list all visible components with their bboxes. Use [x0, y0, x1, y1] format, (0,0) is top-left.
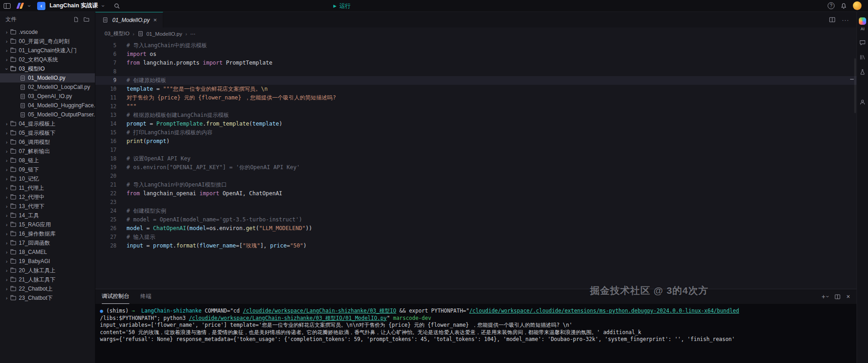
line-number[interactable]: 22 — [95, 189, 116, 198]
folder-item[interactable]: ›18_CAMEL — [0, 248, 95, 257]
folder-item[interactable]: ›09_链下 — [0, 165, 95, 174]
chevron-down-icon[interactable]: › — [100, 5, 106, 7]
user-avatar[interactable] — [853, 1, 862, 10]
code-line[interactable]: 26model = ChatOpenAI(model=os.environ.ge… — [95, 224, 857, 233]
code-line[interactable]: 24# 创建模型实例 — [95, 207, 857, 215]
folder-item[interactable]: ›04_提示模板上 — [0, 119, 95, 128]
breadcrumb-item[interactable]: 01_ModelIO.py — [146, 31, 182, 37]
file-path-link[interactable]: /cloudide/workspace/.cloudide/extensions… — [469, 308, 739, 314]
more-actions-icon[interactable]: ··· — [842, 16, 849, 23]
run-button[interactable]: ▶ 运行 — [333, 0, 351, 12]
code-line[interactable]: 7from langchain.prompts import PromptTem… — [95, 59, 857, 67]
line-number[interactable]: 28 — [95, 242, 116, 250]
code-line[interactable]: 11对于售价为 {price} 元的 {flower_name} ，您能提供一个… — [95, 94, 857, 102]
file-item[interactable]: 04_ModelIO_HuggingFace.py — [0, 101, 95, 110]
code-line[interactable]: 8 — [95, 67, 857, 76]
file-item[interactable]: 02_ModelIO_LoopCall.py — [0, 82, 95, 92]
new-folder-icon[interactable] — [83, 16, 89, 22]
breadcrumb-item[interactable]: ⋯ — [190, 31, 196, 37]
sidebar-toggle-icon[interactable] — [4, 3, 11, 9]
folder-item[interactable]: ›08_链上 — [0, 156, 95, 165]
code-line[interactable]: 27# 输入提示 — [95, 233, 857, 242]
line-number[interactable]: 13 — [95, 111, 116, 120]
line-number[interactable]: 24 — [95, 207, 116, 215]
file-item[interactable]: 03_OpenAI_IO.py — [0, 92, 95, 101]
code-line[interactable]: 25# model = OpenAI(model_name='gpt-3.5-t… — [95, 215, 857, 224]
code-line[interactable]: 19# os.environ["OPENAI_API_KEY"] = '你的Op… — [95, 163, 857, 172]
bell-icon[interactable] — [840, 3, 847, 9]
line-number[interactable]: 11 — [95, 94, 116, 102]
panel-tab[interactable]: 调试控制台 — [102, 289, 129, 304]
line-number[interactable]: 15 — [95, 128, 116, 137]
folder-item[interactable]: ›00_开篇词_奇点时刻 — [0, 37, 95, 46]
line-number[interactable]: 19 — [95, 163, 116, 172]
line-number[interactable]: 7 — [95, 59, 116, 67]
split-panel-icon[interactable] — [835, 294, 840, 300]
code-line[interactable]: 15# 打印LangChain提示模板的内容 — [95, 128, 857, 137]
file-item[interactable]: 01_ModelIO.py — [0, 73, 95, 82]
folder-item[interactable]: ›01_LangChain快速入门 — [0, 46, 95, 55]
file-path-link[interactable]: /cloudide/workspace/LangChain-shizhanke/… — [189, 315, 387, 321]
folder-item[interactable]: ›05_提示模板下 — [0, 128, 95, 138]
line-number[interactable]: 12 — [95, 102, 116, 111]
folder-item[interactable]: ›14_工具 — [0, 211, 95, 220]
code-line[interactable]: 14prompt = PromptTemplate.from_template(… — [95, 120, 857, 128]
code-line[interactable]: 5# 导入LangChain中的提示模板 — [95, 41, 857, 50]
marscode-logo-icon[interactable] — [17, 3, 24, 9]
code-line[interactable]: 9# 创建原始模板 — [95, 76, 857, 85]
close-panel-icon[interactable]: × — [846, 293, 850, 300]
code-line[interactable]: 6import os — [95, 50, 857, 59]
line-number[interactable]: 9 — [95, 76, 116, 85]
line-number[interactable]: 5 — [95, 41, 116, 50]
editor-tab[interactable]: 01_ModelIO.py × — [95, 12, 163, 28]
line-number[interactable]: 26 — [95, 224, 116, 233]
file-path-link[interactable]: /cloudide/workspace/LangChain-shizhanke/… — [243, 308, 397, 314]
folder-item[interactable]: ›22_Chatbot上 — [0, 284, 95, 293]
folder-item[interactable]: ›17_回调函数 — [0, 238, 95, 248]
code-line[interactable]: 13# 根据原始模板创建LangChain提示模板 — [95, 111, 857, 120]
line-number[interactable]: 14 — [95, 120, 116, 128]
code-line[interactable]: 10template = """您是一位专业的鲜花店文案撰写员。\n — [95, 85, 857, 94]
folder-item[interactable]: ›.vscode — [0, 28, 95, 37]
line-number[interactable]: 6 — [95, 50, 116, 59]
line-number[interactable]: 20 — [95, 172, 116, 181]
line-number[interactable]: 17 — [95, 146, 116, 154]
folder-item[interactable]: ›10_记忆 — [0, 174, 95, 183]
line-number[interactable]: 25 — [95, 215, 116, 224]
line-number[interactable]: 21 — [95, 181, 116, 189]
code-line[interactable]: 16print(prompt) — [95, 137, 857, 146]
flask-icon[interactable] — [859, 69, 866, 75]
split-editor-icon[interactable] — [829, 16, 835, 23]
line-number[interactable]: 16 — [95, 137, 116, 146]
folder-item[interactable]: ›16_操作数据库 — [0, 229, 95, 238]
folder-item[interactable]: ›21_人脉工具下 — [0, 275, 95, 284]
folder-item[interactable]: ›02_文档QA系统 — [0, 55, 95, 64]
code-line[interactable]: 12""" — [95, 102, 857, 111]
code-line[interactable]: 17 — [95, 146, 857, 154]
folder-item[interactable]: ›23_Chatbot下 — [0, 293, 95, 302]
code-editor[interactable]: 5# 导入LangChain中的提示模板6import os7from lang… — [95, 40, 857, 289]
folder-item[interactable]: ›03_模型IO — [0, 64, 95, 73]
folder-item[interactable]: ›15_RAG应用 — [0, 220, 95, 229]
code-line[interactable]: 21# 导入LangChain中的OpenAI模型接口 — [95, 181, 857, 189]
code-line[interactable]: 20 — [95, 172, 857, 181]
file-item[interactable]: 05_ModelIO_OutputParser.py — [0, 110, 95, 119]
folder-item[interactable]: ›06_调用模型 — [0, 138, 95, 147]
code-line[interactable]: 28input = prompt.format(flower_name=["玫瑰… — [95, 242, 857, 250]
search-icon[interactable] — [114, 3, 120, 9]
folder-item[interactable]: ›13_代理下 — [0, 202, 95, 211]
line-number[interactable]: 10 — [95, 85, 116, 94]
folder-item[interactable]: ›20_人脉工具上 — [0, 266, 95, 275]
folder-item[interactable]: ›19_BabyAGI — [0, 257, 95, 266]
project-name[interactable]: LangChain 实战课 — [50, 2, 98, 10]
new-file-icon[interactable] — [73, 16, 79, 22]
folder-item[interactable]: ›11_代理上 — [0, 183, 95, 192]
chat-icon[interactable] — [859, 39, 866, 46]
help-icon[interactable]: ? — [828, 2, 835, 9]
breadcrumb-item[interactable]: 03_模型IO — [105, 30, 129, 37]
close-icon[interactable]: × — [153, 17, 157, 23]
line-number[interactable]: 18 — [95, 154, 116, 163]
user-icon[interactable] — [859, 99, 866, 105]
code-line[interactable]: 22from langchain_openai import OpenAI, C… — [95, 189, 857, 198]
line-number[interactable]: 27 — [95, 233, 116, 242]
